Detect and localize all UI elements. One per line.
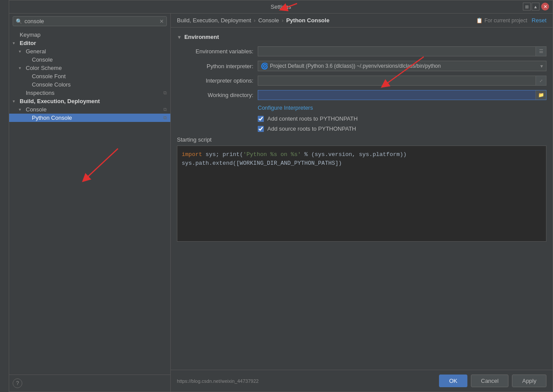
- interpreter-options-input[interactable]: [258, 76, 546, 86]
- code-plain-3: sys.path.extend([WORKING_DIR_AND_PYTHON_…: [182, 160, 342, 167]
- interpreter-options-btn[interactable]: ⤢: [536, 76, 546, 85]
- sidebar-item-build-exec[interactable]: ▾ Build, Execution, Deployment: [9, 97, 170, 105]
- sidebar: 🔍 ✕ Keymap ▾ Editor ▾ General: [9, 14, 171, 392]
- env-variables-field: ☰: [258, 46, 546, 56]
- sidebar-item-console[interactable]: Console: [9, 56, 170, 64]
- section-collapse-arrow[interactable]: ▼: [177, 35, 182, 40]
- breadcrumb-part-1: Build, Execution, Deployment: [177, 17, 251, 24]
- env-variables-row: Environment variables: ☰: [177, 46, 546, 56]
- tree-arrow: ▾: [19, 49, 24, 54]
- sidebar-item-console-colors[interactable]: Console Colors: [9, 80, 170, 89]
- configure-interpreters-link[interactable]: Configure Interpreters: [258, 104, 313, 111]
- code-plain-2: % (sys.version, sys.platform)): [301, 151, 407, 158]
- sidebar-item-console-font[interactable]: Console Font: [9, 72, 170, 80]
- reset-button[interactable]: Reset: [532, 17, 546, 24]
- interpreter-options-field: ⤢: [258, 76, 546, 86]
- section-title: Environment: [184, 34, 219, 40]
- breadcrumb-sep-1: ›: [254, 17, 256, 24]
- sidebar-item-label: Editor: [20, 40, 36, 46]
- sidebar-item-label: General: [26, 48, 46, 55]
- help-button[interactable]: ?: [13, 378, 22, 388]
- python-interpreter-dropdown-wrapper: 🌀 Project Default (Python 3.6 (dlclass))…: [258, 61, 546, 71]
- add-source-roots-label: Add source roots to PYTHONPATH: [267, 125, 356, 132]
- interpreter-icon: 🌀: [261, 62, 268, 69]
- copy-icon: ⧉: [163, 107, 167, 112]
- breadcrumb-right: 📋 For current project Reset: [476, 17, 546, 24]
- content-area: Build, Execution, Deployment › Console ›…: [171, 14, 553, 392]
- footer-url: https://blog.csdn.net/weixin_44737922: [177, 378, 259, 384]
- breadcrumb-sep-2: ›: [282, 17, 283, 24]
- ok-button[interactable]: OK: [439, 375, 467, 387]
- expand-icon[interactable]: ▲: [532, 3, 539, 10]
- code-line-1: import sys; print('Python %s on %s' % (s…: [182, 150, 542, 159]
- cancel-button[interactable]: Cancel: [471, 375, 508, 387]
- sidebar-item-inspections[interactable]: Inspections ⧉: [9, 89, 170, 97]
- tree-arrow: ▾: [13, 41, 18, 45]
- code-line-2: sys.path.extend([WORKING_DIR_AND_PYTHON_…: [182, 159, 542, 168]
- sidebar-item-label: Inspections: [26, 90, 55, 96]
- add-content-roots-label: Add content roots to PYTHONPATH: [267, 115, 358, 122]
- sidebar-item-keymap[interactable]: Keymap: [9, 31, 170, 39]
- code-plain-1: sys; print(: [202, 151, 243, 158]
- breadcrumb-part-3: Python Console: [286, 17, 329, 24]
- sidebar-item-python-console[interactable]: Python Console ⧉: [9, 114, 170, 122]
- interpreter-options-label: Interpreter options:: [177, 77, 253, 84]
- working-directory-browse-btn[interactable]: 📁: [536, 90, 546, 100]
- sidebar-item-label: Console: [32, 56, 53, 63]
- working-directory-row: Working directory: 📁: [177, 90, 546, 100]
- sidebar-item-general[interactable]: ▾ General: [9, 47, 170, 56]
- sidebar-item-label: Keymap: [20, 31, 41, 38]
- working-directory-input[interactable]: [258, 90, 546, 100]
- code-keyword-import: import: [182, 151, 202, 158]
- env-variables-input[interactable]: [258, 46, 546, 56]
- grid-icon[interactable]: ⊞: [523, 3, 531, 10]
- dialog-footer: https://blog.csdn.net/weixin_44737922 OK…: [171, 370, 553, 392]
- starting-script-label: Starting script: [177, 136, 211, 143]
- tree-arrow: ▾: [19, 66, 24, 70]
- breadcrumb-part-2: Console: [258, 17, 279, 24]
- main-body: 🔍 ✕ Keymap ▾ Editor ▾ General: [9, 14, 553, 392]
- env-variables-browse-btn[interactable]: ☰: [536, 47, 546, 56]
- interpreter-text: Project Default (Python 3.6 (dlclass)) ~…: [270, 63, 441, 69]
- checkbox-content-roots-row: Add content roots to PYTHONPATH: [258, 115, 546, 122]
- python-interpreter-label: Python interpreter:: [177, 63, 253, 69]
- code-string-1: 'Python %s on %s': [243, 151, 301, 158]
- search-icon: 🔍: [16, 18, 22, 24]
- configure-interpreters-row: Configure Interpreters: [258, 104, 546, 111]
- project-icon: 📋: [476, 17, 483, 24]
- for-project-label: 📋 For current project: [476, 17, 527, 24]
- title-bar-icons: ⊞ ▲: [523, 3, 539, 10]
- tree-arrow: ▾: [19, 107, 24, 112]
- search-clear-icon[interactable]: ✕: [159, 18, 164, 24]
- sidebar-item-label: Console Font: [32, 73, 66, 80]
- apply-button[interactable]: Apply: [512, 375, 546, 387]
- tree-area: Keymap ▾ Editor ▾ General Console ▾ Colo…: [9, 29, 170, 375]
- environment-section-header: ▼ Environment: [177, 34, 546, 40]
- settings-panel: ▼ Environment Environment variables: ☰ P…: [171, 28, 553, 370]
- env-variables-label: Environment variables:: [177, 48, 253, 55]
- breadcrumb: Build, Execution, Deployment › Console ›…: [171, 14, 553, 28]
- sidebar-item-color-scheme[interactable]: ▾ Color Scheme: [9, 64, 170, 72]
- working-directory-label: Working directory:: [177, 92, 253, 98]
- copy-icon: ⧉: [163, 90, 167, 96]
- settings-dialog: Settings ⊞ ▲ ✕ 🔍 ✕ Keymap ▾ Editor: [9, 0, 553, 392]
- starting-script-row: Starting script: [177, 136, 546, 143]
- title-bar: Settings ⊞ ▲ ✕: [9, 0, 553, 14]
- working-directory-field: 📁: [258, 90, 546, 100]
- python-interpreter-row: Python interpreter: 🌀 Project Default (P…: [177, 61, 546, 71]
- sidebar-item-label: Python Console: [32, 114, 72, 121]
- python-interpreter-value: 🌀 Project Default (Python 3.6 (dlclass))…: [258, 61, 546, 71]
- sidebar-item-label: Console Colors: [32, 81, 71, 88]
- interpreter-options-row: Interpreter options: ⤢: [177, 76, 546, 86]
- add-content-roots-checkbox[interactable]: [258, 116, 264, 122]
- dialog-title: Settings: [271, 3, 291, 10]
- search-input[interactable]: [24, 18, 157, 24]
- sidebar-item-label: Build, Execution, Deployment: [20, 98, 100, 104]
- sidebar-item-console-group[interactable]: ▾ Console ⧉: [9, 105, 170, 114]
- sidebar-item-editor[interactable]: ▾ Editor: [9, 39, 170, 47]
- close-button[interactable]: ✕: [541, 3, 549, 10]
- sidebar-footer: ?: [9, 375, 170, 392]
- code-editor[interactable]: import sys; print('Python %s on %s' % (s…: [177, 146, 546, 242]
- add-source-roots-checkbox[interactable]: [258, 126, 264, 132]
- search-box: 🔍 ✕: [13, 16, 167, 26]
